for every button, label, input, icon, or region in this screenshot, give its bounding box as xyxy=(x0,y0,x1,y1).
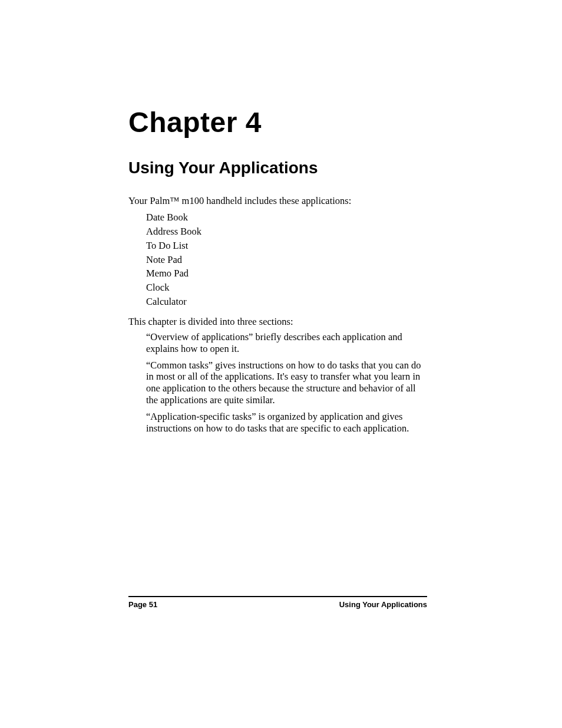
section-title: Using Your Applications xyxy=(128,159,427,177)
chapter-title: Chapter 4 xyxy=(128,106,427,139)
list-item: Calculator xyxy=(146,295,427,309)
list-item: Date Book xyxy=(146,210,427,225)
footer-rule xyxy=(128,596,427,597)
divider-paragraph: This chapter is divided into three secti… xyxy=(128,316,427,328)
list-item: Memo Pad xyxy=(146,266,427,281)
list-item: To Do List xyxy=(146,239,427,253)
list-item: “Common tasks” gives instructions on how… xyxy=(146,360,427,406)
list-item: Note Pad xyxy=(146,253,427,267)
document-page: Chapter 4 Using Your Applications Your P… xyxy=(0,0,562,728)
list-item: “Application-specific tasks” is organize… xyxy=(146,411,427,434)
description-list: “Overview of applications” briefly descr… xyxy=(128,331,427,434)
list-item: Clock xyxy=(146,281,427,295)
intro-paragraph: Your Palm™ m100 handheld includes these … xyxy=(128,195,427,207)
page-footer: Page 51 Using Your Applications xyxy=(128,600,427,609)
list-item: “Overview of applications” briefly descr… xyxy=(146,331,427,355)
footer-section-label: Using Your Applications xyxy=(339,600,427,609)
list-item: Address Book xyxy=(146,225,427,239)
application-list: Date Book Address Book To Do List Note P… xyxy=(128,210,427,309)
page-number: Page 51 xyxy=(128,600,157,609)
